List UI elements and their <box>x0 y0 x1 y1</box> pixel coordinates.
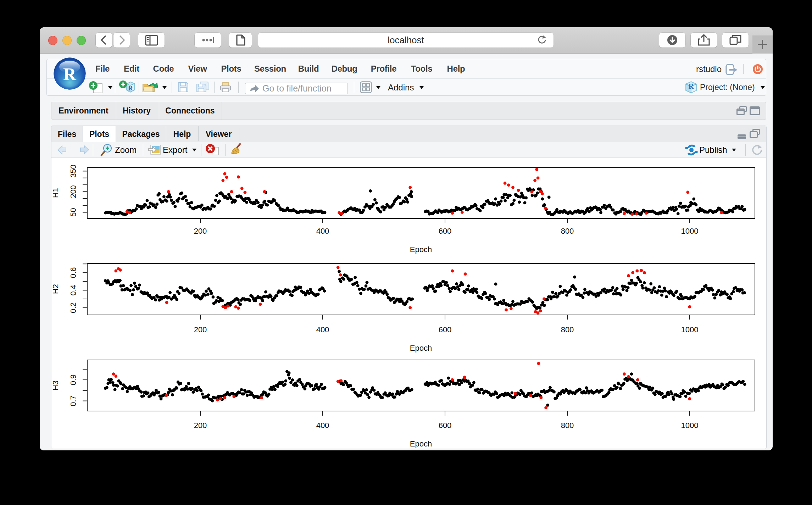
svg-text:Epoch: Epoch <box>410 245 432 254</box>
svg-text:H3: H3 <box>51 381 60 390</box>
svg-text:400: 400 <box>316 227 329 235</box>
svg-text:200: 200 <box>69 185 78 198</box>
svg-text:50: 50 <box>69 208 78 216</box>
svg-text:800: 800 <box>561 325 574 334</box>
svg-text:R: R <box>689 82 694 90</box>
svg-text:400: 400 <box>316 325 329 334</box>
svg-text:800: 800 <box>561 227 574 235</box>
svg-text:1000: 1000 <box>681 227 699 235</box>
svg-text:600: 600 <box>439 227 452 235</box>
svg-text:R: R <box>63 64 77 84</box>
svg-text:600: 600 <box>439 325 452 334</box>
svg-text:1000: 1000 <box>681 325 699 334</box>
svg-text:0.4: 0.4 <box>69 285 78 296</box>
svg-text:0.7: 0.7 <box>69 395 78 406</box>
svg-text:1000: 1000 <box>681 421 699 430</box>
svg-text:0.9: 0.9 <box>69 374 78 385</box>
svg-text:200: 200 <box>194 227 207 235</box>
svg-text:200: 200 <box>194 325 207 334</box>
svg-text:Epoch: Epoch <box>410 439 432 448</box>
svg-text:0.2: 0.2 <box>69 302 78 313</box>
svg-text:R: R <box>128 84 133 92</box>
svg-text:0.6: 0.6 <box>69 267 78 278</box>
svg-text:800: 800 <box>561 421 574 430</box>
svg-text:350: 350 <box>69 165 78 178</box>
svg-text:H2: H2 <box>51 284 60 294</box>
svg-text:Epoch: Epoch <box>410 344 432 353</box>
svg-text:600: 600 <box>439 421 452 430</box>
svg-text:200: 200 <box>194 421 207 430</box>
svg-text:400: 400 <box>316 421 329 430</box>
svg-text:H1: H1 <box>51 188 60 198</box>
